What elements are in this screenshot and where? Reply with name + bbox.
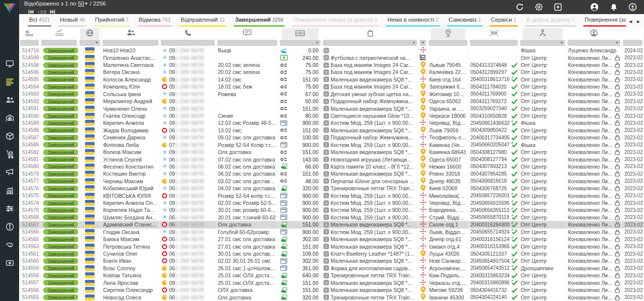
- order-row-514576[interactable]: 514576ЗавершенийКобилинський Юрий✳061 23…: [19, 185, 644, 192]
- column-header-phone[interactable]: [160, 28, 216, 39]
- notifications-bell-icon[interactable]: [609, 3, 618, 12]
- order-row-514599[interactable]: 514599ЗавершенийПотапенко Анастас...✳091…: [19, 54, 644, 61]
- filter-caret-icon[interactable]: ▼: [615, 41, 619, 45]
- order-row-514588[interactable]: 514588ЗавершенийЖидак Володимир061 234 5…: [19, 127, 644, 134]
- order-row-514587[interactable]: 514587ЗавершенийСеменюк Дарина✳091 234 5…: [19, 134, 644, 141]
- order-row-514579[interactable]: 514579ЗавершенийКостишин Виктор✳091 234 …: [19, 170, 644, 177]
- filter-input-date[interactable]: [623, 40, 642, 46]
- filter-input-city[interactable]: [429, 40, 467, 46]
- order-row-514580[interactable]: 514580ЗавершенийФесенко Константин✳061 2…: [19, 163, 644, 170]
- order-row-514555[interactable]: 514555ЗавершенийНовосад Олеся061 234 567…: [19, 293, 644, 300]
- column-header-delivery-status[interactable]: [419, 28, 428, 39]
- sidebar-item-suppliers-cart[interactable]: [0, 146, 19, 164]
- order-row-514581[interactable]: 514581ЗавершенийУстинов Сергей✳061 234 5…: [19, 156, 644, 163]
- order-row-514716[interactable]: 514716ЗавершенийНов10 Нов10✳091 234 5678…: [19, 47, 644, 54]
- tab-повернення-товару-в-дорозі-[interactable]: Повернення товару (в дорозі)0: [288, 14, 382, 28]
- page-size-select[interactable]: 50: [78, 1, 85, 7]
- filter-input-payment[interactable]: ▼: [280, 40, 320, 46]
- order-row-514557[interactable]: 514557ЗавершенийЛила Ярослав091 234 5678…: [19, 279, 644, 286]
- order-row-514559[interactable]: 514559ЗавершенийВлас Слотюу061 234 56782…: [19, 265, 644, 272]
- filter-input-manager[interactable]: ▼: [568, 40, 620, 46]
- brand-logo[interactable]: [0, 0, 19, 17]
- order-row-514595[interactable]: 514595ЗавершенийКолосок Александр091 234…: [19, 76, 644, 83]
- column-header-product[interactable]: [322, 28, 419, 39]
- tab-прийнятий[interactable]: Прийнятий7: [90, 14, 134, 28]
- column-header-comment[interactable]: [216, 28, 279, 39]
- sidebar-item-clients[interactable]: [0, 92, 19, 110]
- order-row-514598[interactable]: 514598ЗавершенийМалютина Светлана✳091 23…: [19, 61, 644, 68]
- filter-input-phone[interactable]: [161, 40, 215, 46]
- filter-caret-icon[interactable]: ▼: [95, 41, 99, 45]
- column-header-city[interactable]: [428, 28, 469, 39]
- filter-input-product[interactable]: ▼: [323, 40, 417, 46]
- sidebar-item-settings-sliders[interactable]: [0, 200, 19, 218]
- sidebar-item-orders-list[interactable]: [0, 73, 19, 92]
- gear-icon[interactable]: [534, 3, 543, 12]
- filter-input-fulfillment[interactable]: ▼: [520, 40, 565, 46]
- filter-caret-icon[interactable]: ▼: [421, 41, 425, 45]
- column-header-client[interactable]: [102, 28, 160, 39]
- order-row-514586[interactable]: 514586ЗавершенийФіліпова Люба071 234 567…: [19, 141, 644, 148]
- order-row-514582[interactable]: 514582ЗавершенийВолков Максим✳091 234 56…: [19, 148, 644, 156]
- tabs-scroll-left-icon[interactable]: ◄: [628, 19, 633, 24]
- filter-input-country[interactable]: ▼: [79, 40, 100, 46]
- sidebar-item-info[interactable]: [0, 218, 19, 237]
- page-size-caret-icon[interactable]: ▼: [84, 2, 88, 6]
- sidebar-item-warehouse[interactable]: [0, 110, 19, 128]
- support-headset-icon[interactable]: [628, 3, 637, 12]
- tab-відмова[interactable]: Відмова763: [134, 14, 176, 28]
- tab-в-дорозі-додому[interactable]: В дорозі додому0: [521, 14, 580, 28]
- order-row-514563[interactable]: 514563ЗавершенийПетровська Тетяна061 234…: [19, 243, 644, 250]
- order-row-514593[interactable]: 514593ЗавершенийСольська Ірина✳091 234 5…: [19, 91, 644, 98]
- filter-input-ttn[interactable]: [470, 40, 518, 46]
- order-row-514570[interactable]: 514570ЗавершенийКорнелюк Надія Та...✳091…: [19, 206, 644, 213]
- order-row-514558[interactable]: 514558ЗавершенийКовпак Татьяна091 234 56…: [19, 272, 644, 279]
- tab-нема-в-наявності[interactable]: Нема в наявності2: [382, 14, 443, 28]
- order-row-514592[interactable]: 514592ЗавершенийМерклингер Андрей091 234…: [19, 98, 644, 105]
- filter-input-delivery-status[interactable]: ▼: [420, 40, 426, 46]
- filter-input-id[interactable]: [20, 40, 39, 46]
- order-row-514575[interactable]: 514575ЗавершенийКВІТОВСЬКА ЮЛІЯ091 234 5…: [19, 192, 644, 199]
- sidebar-item-statistics[interactable]: [0, 182, 19, 200]
- order-row-514577[interactable]: 514577ЗавершенийЧерниш Максим091 234 567…: [19, 178, 644, 185]
- tab-завершений[interactable]: Завершений2256: [230, 14, 288, 28]
- column-header-fulfillment[interactable]: [519, 28, 567, 39]
- order-row-514596[interactable]: 514596ЗавершенийВегера Оксана✳091 234 56…: [19, 68, 644, 76]
- sidebar-item-marketing-megaphone[interactable]: [0, 164, 19, 182]
- sidebar-item-video-tutorials[interactable]: [0, 255, 19, 273]
- filter-input-status[interactable]: [41, 40, 77, 46]
- tabs-scroll-right-icon[interactable]: ►: [636, 19, 641, 24]
- column-header-payment[interactable]: [279, 28, 322, 39]
- column-header-country[interactable]: [78, 28, 102, 39]
- filter-input-client[interactable]: [103, 40, 158, 46]
- order-row-514565[interactable]: 514565ЗавершенийБаюка Максим061 234 5678…: [19, 236, 644, 243]
- order-row-514589[interactable]: 514589ЗавершенийКирилич Анжела✳091 234 5…: [19, 119, 644, 126]
- order-row-514567[interactable]: 514567ЗавершенийАдамовский Станис...061 …: [19, 221, 644, 228]
- sidebar-item-monitor[interactable]: [0, 55, 19, 73]
- tab-відправлений[interactable]: Відправлений12: [176, 14, 230, 28]
- filter-caret-icon[interactable]: ▼: [315, 41, 319, 45]
- sidebar-item-products[interactable]: [0, 128, 19, 146]
- column-header-ttn[interactable]: [469, 28, 519, 39]
- column-header-id[interactable]: ID: [19, 28, 40, 39]
- order-row-514561[interactable]: 514561ЗавершенийСучилов Олег061 234 5678…: [19, 250, 644, 257]
- refresh-icon[interactable]: [515, 3, 524, 12]
- column-header-manager[interactable]: [567, 28, 622, 39]
- tab-самовивіз[interactable]: Самовивіз2: [443, 14, 486, 28]
- order-row-514590[interactable]: 514590ЗавершенийГнатюк Олексндр✳061 234 …: [19, 112, 644, 119]
- order-row-514594[interactable]: 514594ЗавершенийКомпанец Юля051 234 5678…: [19, 83, 644, 90]
- filter-caret-icon[interactable]: ▼: [412, 41, 416, 45]
- filter-input-comment[interactable]: [217, 40, 277, 46]
- filter-caret-icon[interactable]: ▼: [560, 41, 564, 45]
- tab-сервіси[interactable]: Сервіси1: [486, 14, 522, 28]
- order-row-514560[interactable]: 514560ЗавершенийБокоч Иван091 234 567802…: [19, 257, 644, 264]
- order-row-514568[interactable]: 514568ЗавершенийШумляс Богдана Ан...✳061…: [19, 214, 644, 221]
- column-header-status[interactable]: [40, 28, 78, 39]
- tab-всі[interactable]: Всі4521: [24, 14, 55, 28]
- tab-новый[interactable]: Новый46: [55, 14, 90, 28]
- order-row-514556[interactable]: 514556ЗавершенийСиротюк Олександр091 234…: [19, 286, 644, 293]
- order-row-514574[interactable]: 514574ЗавершенийКирилич Анжела Ол...✳091…: [19, 199, 644, 206]
- add-order-icon[interactable]: [553, 3, 562, 12]
- column-header-date[interactable]: [622, 28, 644, 39]
- account-icon[interactable]: [590, 3, 599, 12]
